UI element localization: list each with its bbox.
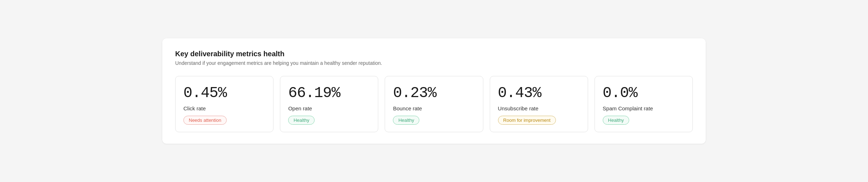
card-subtitle: Understand if your engagement metrics ar… [175,60,693,66]
metric-badge-2: Healthy [393,116,419,125]
metrics-grid: 0.45%Click rateNeeds attention66.19%Open… [175,76,693,132]
metric-card-3: 0.43%Unsubscribe rateRoom for improvemen… [490,76,588,132]
metric-value-2: 0.23% [393,85,475,101]
metric-value-1: 66.19% [288,85,370,101]
metric-badge-4: Healthy [603,116,629,125]
metric-label-4: Spam Complaint rate [603,105,685,111]
metric-card-2: 0.23%Bounce rateHealthy [385,76,483,132]
metric-value-4: 0.0% [603,85,685,101]
metric-badge-0: Needs attention [183,116,227,125]
metric-badge-3: Room for improvement [498,116,556,125]
card-title: Key deliverability metrics health [175,50,693,58]
metric-card-0: 0.45%Click rateNeeds attention [175,76,273,132]
metric-value-3: 0.43% [498,85,580,101]
metric-label-0: Click rate [183,105,265,111]
metric-value-0: 0.45% [183,85,265,101]
deliverability-card: Key deliverability metrics health Unders… [162,38,706,143]
metric-label-2: Bounce rate [393,105,475,111]
metric-card-4: 0.0%Spam Complaint rateHealthy [595,76,693,132]
metric-label-1: Open rate [288,105,370,111]
metric-label-3: Unsubscribe rate [498,105,580,111]
metric-card-1: 66.19%Open rateHealthy [280,76,378,132]
metric-badge-1: Healthy [288,116,315,125]
